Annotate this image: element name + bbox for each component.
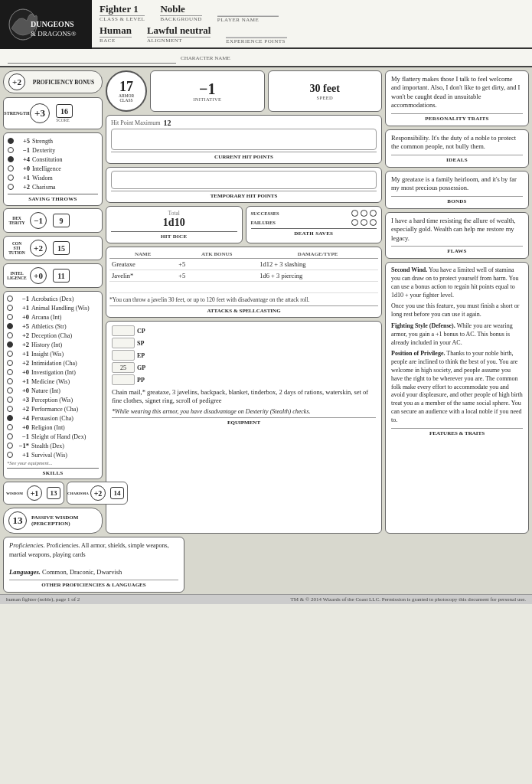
features-content: Second Wind. You have a limited well of …: [391, 266, 523, 424]
dexterity-label: DEXTERITY: [8, 216, 24, 225]
skill-stealth: −1* Stealth (Dex): [7, 441, 99, 450]
passive-wisdom-value: 13: [8, 511, 27, 530]
skill-survival-val: +1: [15, 451, 29, 459]
skill-persuasion-circle: [7, 415, 13, 421]
skill-insight-val: +1: [15, 350, 29, 358]
save-intelligence: +0 Intelligence: [8, 164, 98, 173]
ep-row: EP: [112, 350, 376, 361]
attacks-label: ATTACKS & SPELLCASTING: [109, 305, 378, 314]
speed-label: SPEED: [317, 95, 333, 100]
strength-mod: +3: [30, 103, 50, 123]
skill-religion-val: +0: [15, 423, 29, 431]
charisma-score: 14: [110, 487, 124, 499]
prof-lang-label: OTHER PROFICIENCIES & LANGUAGES: [9, 580, 178, 588]
skill-animal-val: +1: [15, 304, 29, 312]
intelligence-score: 11: [53, 269, 70, 283]
skill-deception-name: Deception (Cha): [31, 332, 99, 339]
skill-athletics-name: Athletics (Str): [31, 323, 99, 330]
attacks-section: NAME ATK BONUS DAMAGE/TYPE Greataxe +5 1…: [106, 247, 382, 318]
background-label: BACKGROUND: [160, 15, 201, 22]
temp-hp-area[interactable]: [111, 171, 377, 189]
skill-perception-val: +3: [15, 396, 29, 403]
constitution-mod: +2: [30, 240, 47, 256]
personality-text: My flattery makes those I talk to feel w…: [391, 75, 523, 110]
proficiency-bonus-row: +2 PROFICIENCY BONUS: [3, 70, 103, 93]
attack-name-header: NAME: [109, 250, 176, 259]
skills-label: SKILLS: [7, 468, 99, 476]
experience-value: [226, 24, 287, 38]
hit-dice-label: HIT DICE: [111, 231, 237, 240]
skill-survival-circle: [7, 452, 13, 458]
temp-hp-label: TEMPORARY HIT POINTS: [111, 191, 377, 199]
dexterity-mod: −1: [30, 212, 47, 229]
attack-greataxe-name: Greataxe: [109, 259, 176, 270]
initiative-box: −1 INITIATIVE: [150, 70, 265, 112]
failures-row: FAILURES: [251, 219, 377, 226]
proficiency-bonus-label: PROFICIENCY BONUS: [30, 79, 97, 86]
dexterity-score: 9: [53, 214, 70, 227]
sp-row: SP: [112, 338, 376, 348]
attacks-table: NAME ATK BONUS DAMAGE/TYPE Greataxe +5 1…: [109, 250, 378, 293]
attack-javelin-atk: +5: [176, 270, 257, 282]
armor-class-value: 17: [119, 80, 133, 93]
save-wis-name: Wisdom: [32, 175, 98, 181]
character-name-value: [8, 51, 176, 64]
save-wisdom: +1 Wisdom: [8, 173, 98, 182]
constitution-score: 15: [53, 241, 70, 255]
armor-class-label: ARMORCLASS: [119, 93, 134, 103]
svg-text:DUNGEONS: DUNGEONS: [31, 20, 74, 28]
player-name-value: [217, 3, 279, 16]
cp-row: CP: [112, 325, 376, 336]
flaws-text: I have a hard time resisting the allure …: [391, 217, 523, 243]
bottom-mid-row: CP SP EP 25 GP: [106, 321, 382, 534]
charisma-box: CHARISMA +2 14: [67, 482, 128, 505]
pp-box: [112, 374, 135, 385]
skill-history-circle: [7, 341, 13, 348]
features-title: FEATURES & TRAITS: [391, 428, 523, 436]
skill-acrobatics-name: Acrobatics (Dex): [31, 296, 99, 302]
attack-row-greataxe: Greataxe +5 1d12 + 3 slashing: [109, 259, 378, 270]
save-int-name: Intelligence: [32, 165, 98, 172]
svg-text:& DRAGONS®: & DRAGONS®: [31, 30, 77, 38]
skill-animal-handling: +1 Animal Handling (Wis): [7, 303, 99, 312]
skill-stealth-val: −1*: [15, 442, 29, 449]
header-logo-area: DUNGEONS & DRAGONS®: [0, 0, 92, 49]
save-int-val: +0: [16, 165, 30, 172]
position-text: Thanks to your noble birth, people are i…: [391, 350, 523, 423]
hit-dice-box: Total 1d10 HIT DICE: [106, 206, 243, 243]
failure-circle-3: [370, 219, 377, 226]
intelligence-label: INTELLIGENCE: [7, 271, 26, 280]
ep-box: [112, 350, 135, 361]
alignment-field: Lawful neutral ALIGNMENT: [147, 24, 211, 44]
bonds-text: My greataxe is a family heirloom, and it…: [391, 175, 523, 193]
wisdom-score: 13: [47, 487, 60, 499]
proficiencies-content: Proficiencies. Proficiencies. All armor,…: [9, 541, 178, 577]
strength-score: 16: [56, 104, 73, 118]
skill-medicine-circle: [7, 378, 13, 384]
hp-section: Hit Point Maximum 12 CURRENT HIT POINTS: [106, 115, 382, 164]
features-label-spacer: [360, 537, 529, 593]
second-wind-cont: Once you use this feature, you must fini…: [391, 302, 523, 319]
gp-box: 25: [112, 362, 135, 373]
bonds-box: My greataxe is a family heirloom, and it…: [385, 171, 529, 209]
equipment-label-spacer: [188, 537, 357, 593]
skills-note: *See your equipment...: [7, 460, 99, 466]
bottom-section: Proficiencies. Proficiencies. All armor,…: [0, 537, 532, 594]
skill-sleight-name: Sleight of Hand (Dex): [31, 433, 99, 440]
hp-max-row: Hit Point Maximum 12: [111, 119, 377, 127]
save-dex-name: Dexterity: [32, 147, 98, 154]
skill-arcana-circle: [7, 314, 13, 320]
skill-insight-circle: [7, 351, 13, 357]
skill-athletics-val: +5: [15, 322, 29, 330]
gp-label: GP: [137, 364, 145, 371]
equipment-note: *While wearing this armor, you have disa…: [112, 408, 376, 415]
save-int-circle: [8, 165, 14, 172]
skill-stealth-name: Stealth (Dex): [31, 443, 99, 449]
success-circle-2: [361, 210, 367, 217]
passive-wisdom-label: PASSIVE WISDOM(PERCEPTION): [31, 514, 97, 527]
failure-circle-1: [351, 219, 358, 226]
skill-deception-circle: [7, 332, 13, 338]
current-hp-area[interactable]: [111, 129, 377, 150]
right-column: My flattery makes those I talk to feel w…: [385, 70, 529, 534]
speed-value: 30 feet: [310, 83, 340, 95]
